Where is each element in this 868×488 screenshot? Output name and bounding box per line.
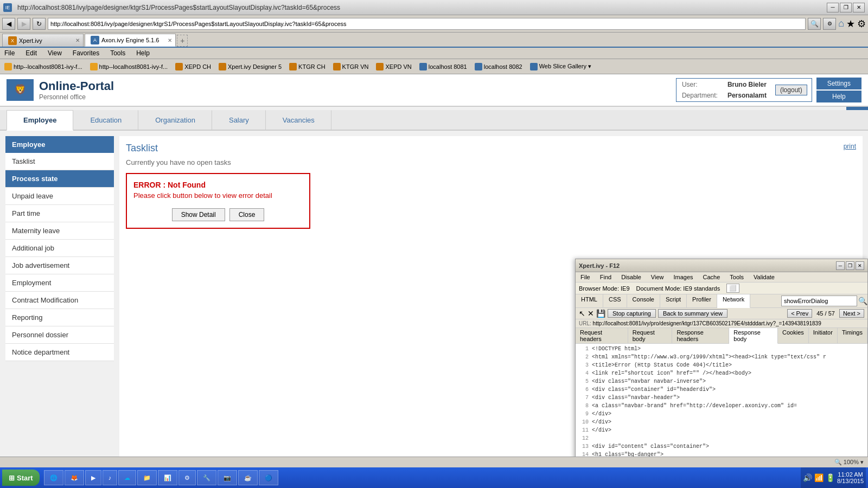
dt-menu-view[interactable]: View — [649, 273, 666, 281]
menu-tools[interactable]: Tools — [108, 49, 127, 57]
dt-menu-images[interactable]: Images — [672, 273, 694, 281]
dt-search-button[interactable]: 🔍 — [858, 294, 867, 307]
fav-item-xpert[interactable]: Xpert.ivy Designer 5 — [216, 62, 284, 71]
dt-clear-icon[interactable]: ✕ — [588, 309, 594, 318]
fav-item-1[interactable]: http--localhost8081-ivy-f... — [2, 62, 85, 71]
dt-sub-tab-response-body[interactable]: Response body — [729, 328, 778, 344]
taskbar-app-vlc[interactable]: ▶ — [85, 470, 101, 485]
taskbar-app-4[interactable]: 🔧 — [197, 470, 216, 485]
compat-button[interactable]: ⚙ — [823, 18, 836, 30]
tab-axon-close[interactable]: ✕ — [168, 37, 172, 43]
nav-tab-education[interactable]: Education — [73, 110, 138, 130]
taskbar-app-firefox[interactable]: 🦊 — [65, 470, 84, 485]
logout-button[interactable]: (logout) — [775, 85, 807, 95]
fav-item-2[interactable]: http--localhost8081-ivy-f... — [88, 62, 170, 71]
nav-tab-employee[interactable]: Employee — [7, 110, 73, 131]
dt-pointer-icon[interactable]: ↖ — [579, 309, 585, 318]
sidebar-item-unpaid-leave[interactable]: Unpaid leave — [5, 188, 114, 205]
taskbar-network-icon[interactable]: 📶 — [814, 473, 824, 482]
tab-xpert-close[interactable]: ✕ — [75, 37, 80, 43]
favorites-icon[interactable]: ★ — [846, 18, 855, 30]
devtools-close-button[interactable]: ✕ — [856, 261, 864, 270]
sidebar-item-job-advertisement[interactable]: Job advertisement — [5, 257, 114, 274]
dt-compatibility-icon[interactable]: ⬜ — [726, 284, 739, 293]
tools-icon[interactable]: ⚙ — [857, 18, 866, 30]
dt-tab-network[interactable]: Network — [717, 294, 750, 308]
dt-prev-button[interactable]: < Prev — [787, 309, 812, 318]
devtools-restore-button[interactable]: ❐ — [846, 261, 854, 270]
start-button[interactable]: ⊞ Start — [2, 470, 40, 486]
menu-help[interactable]: Help — [134, 49, 152, 57]
sidebar-item-process-state[interactable]: Process state — [5, 170, 114, 188]
sidebar-item-tasklist[interactable]: Tasklist — [5, 153, 114, 170]
home-icon[interactable]: ⌂ — [838, 18, 844, 29]
dt-sub-tab-cookies[interactable]: Cookies — [778, 328, 809, 343]
dt-tab-html[interactable]: HTML — [576, 294, 603, 307]
taskbar-app-chrome[interactable]: 🔵 — [259, 470, 278, 485]
menu-edit[interactable]: Edit — [23, 49, 39, 57]
sidebar-item-employment[interactable]: Employment — [5, 274, 114, 292]
dt-next-button[interactable]: Next > — [839, 309, 864, 318]
dt-menu-find[interactable]: Find — [598, 273, 613, 281]
print-link[interactable]: print — [844, 143, 856, 150]
sidebar-item-contract-modification[interactable]: Contract Modification — [5, 292, 114, 309]
dt-sub-tab-initiator[interactable]: Initiator — [809, 328, 838, 343]
browser-tab-xpert[interactable]: X Xpert.ivy ✕ — [2, 34, 84, 47]
refresh-button[interactable]: ↻ — [33, 18, 46, 30]
taskbar-app-2[interactable]: 📊 — [158, 470, 177, 485]
taskbar-clock[interactable]: 11:02 AM 8/13/2015 — [837, 471, 864, 484]
show-detail-button[interactable]: Show Detail — [172, 208, 225, 221]
taskbar-app-ie[interactable]: 🌐 — [44, 470, 63, 485]
taskbar-app-java[interactable]: ☕ — [238, 470, 258, 485]
forward-button[interactable]: ▶ — [17, 18, 30, 30]
dt-save-icon[interactable]: 💾 — [596, 309, 605, 318]
fav-item-ktgr-vn[interactable]: KTGR VN — [331, 62, 371, 71]
menu-file[interactable]: File — [2, 49, 17, 57]
help-button[interactable]: Help — [816, 91, 861, 102]
taskbar-app-5[interactable]: 📷 — [218, 470, 237, 485]
devtools-minimize-button[interactable]: ─ — [836, 261, 845, 270]
sidebar-item-additional-job[interactable]: Additional job — [5, 240, 114, 257]
menu-favorites[interactable]: Favorites — [71, 49, 101, 57]
fav-item-webslice[interactable]: Web Slice Gallery ▾ — [528, 62, 593, 71]
menu-view[interactable]: View — [46, 49, 64, 57]
sidebar-item-maternity-leave[interactable]: Maternity leave — [5, 222, 114, 240]
taskbar-battery-icon[interactable]: 🔋 — [826, 473, 835, 482]
dt-sub-tab-request-body[interactable]: Request body — [628, 328, 673, 343]
nav-tab-salary[interactable]: Salary — [212, 110, 266, 130]
taskbar-app-3[interactable]: ⚙ — [178, 470, 196, 485]
sidebar-item-notice-department[interactable]: Notice department — [5, 344, 114, 361]
sidebar-item-reporting[interactable]: Reporting — [5, 309, 114, 326]
close-button[interactable]: ✕ — [853, 3, 865, 12]
nav-tab-organization[interactable]: Organization — [138, 110, 212, 130]
dt-tab-console[interactable]: Console — [627, 294, 660, 307]
dt-search-input[interactable] — [781, 296, 857, 306]
fav-item-xepd-ch[interactable]: XEPD CH — [173, 62, 213, 71]
dt-sub-tab-request-headers[interactable]: Request headers — [576, 328, 628, 343]
taskbar-volume-icon[interactable]: 🔊 — [803, 473, 812, 482]
sidebar-item-part-time[interactable]: Part time — [5, 205, 114, 222]
search-go-button[interactable]: 🔍 — [808, 18, 821, 30]
sidebar-item-personnel-dossier[interactable]: Personnel dossier — [5, 326, 114, 344]
dt-stop-capturing-button[interactable]: Stop capturing — [608, 309, 656, 318]
fav-item-local8082[interactable]: localhost 8082 — [473, 62, 525, 71]
settings-button[interactable]: Settings — [816, 78, 861, 89]
browser-tab-axon[interactable]: A Axon.ivy Engine 5.1.6 ✕ — [85, 34, 176, 47]
address-input[interactable] — [48, 18, 806, 30]
dt-menu-cache[interactable]: Cache — [701, 273, 722, 281]
minimize-button[interactable]: ─ — [827, 3, 839, 12]
fav-item-xepd-vn[interactable]: XEPD VN — [374, 62, 413, 71]
fav-item-ktgr-ch[interactable]: KTGR CH — [287, 62, 328, 71]
taskbar-app-skype[interactable]: ☁ — [118, 470, 136, 485]
dt-menu-validate[interactable]: Validate — [752, 273, 776, 281]
fav-item-local8081[interactable]: localhost 8081 — [417, 62, 469, 71]
new-tab-button[interactable]: + — [177, 35, 188, 47]
taskbar-app-winamp[interactable]: ♪ — [103, 470, 118, 485]
dt-tab-css[interactable]: CSS — [603, 294, 627, 307]
dt-tab-profiler[interactable]: Profiler — [687, 294, 717, 307]
dt-back-to-summary-button[interactable]: Back to summary view — [658, 309, 727, 318]
dt-menu-file[interactable]: File — [579, 273, 592, 281]
dt-sub-tab-response-headers[interactable]: Response headers — [672, 328, 729, 343]
back-button[interactable]: ◀ — [2, 18, 15, 30]
dt-menu-tools[interactable]: Tools — [728, 273, 745, 281]
